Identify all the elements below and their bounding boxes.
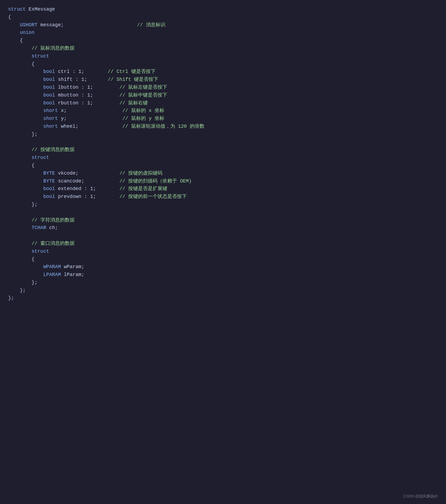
token: {	[31, 255, 34, 263]
token: union	[20, 29, 34, 37]
token: TCHAR	[31, 224, 46, 232]
token: BYTE	[43, 177, 55, 185]
token: ctrl : 1;	[55, 68, 108, 76]
token: // 鼠标左键是否按下	[119, 84, 167, 91]
token: vkcode;	[55, 169, 120, 177]
token: // 按键的前一个状态是否按下	[119, 193, 187, 201]
code-line: };	[8, 201, 438, 208]
token: scancode;	[55, 177, 120, 185]
code-line	[8, 232, 438, 240]
token: };	[31, 130, 37, 138]
token: x;	[58, 107, 123, 115]
token: // 鼠标的 y 坐标	[122, 115, 164, 123]
code-line: };	[8, 287, 438, 294]
watermark: CSDN @随风飘扬的	[403, 493, 438, 499]
token: shift : 1;	[55, 76, 108, 84]
token: };	[8, 294, 14, 302]
token: lParam;	[61, 271, 84, 279]
token: };	[31, 279, 37, 287]
token: struct	[8, 5, 26, 13]
token: bool	[43, 76, 55, 84]
token: y;	[58, 115, 123, 123]
token: wheel;	[58, 123, 123, 130]
code-line: USHORT message; // 消息标识	[8, 21, 438, 29]
code-line: // 鼠标消息的数据	[8, 44, 438, 52]
code-line: TCHAR ch;	[8, 224, 438, 232]
code-line: struct	[8, 52, 438, 60]
token: lbutton : 1;	[55, 84, 120, 91]
token: {	[8, 13, 11, 21]
token: // 消息标识	[137, 21, 165, 29]
token: extended : 1;	[55, 185, 120, 193]
code-line: };	[8, 279, 438, 287]
code-line: struct	[8, 248, 438, 255]
token: bool	[43, 91, 55, 99]
token: {	[31, 162, 34, 169]
token: short	[43, 107, 58, 115]
token: bool	[43, 185, 55, 193]
code-line: bool ctrl : 1; // Ctrl 键是否按下	[8, 68, 438, 76]
code-line: short y; // 鼠标的 y 坐标	[8, 115, 438, 123]
code-line: bool shift : 1; // Shift 键是否按下	[8, 76, 438, 84]
token: message;	[37, 21, 137, 29]
token: {	[31, 60, 34, 68]
code-line: {	[8, 162, 438, 169]
code-line: // 按键消息的数据	[8, 146, 438, 154]
token: bool	[43, 99, 55, 107]
code-block: struct ExMessage{ USHORT message; // 消息标…	[5, 5, 438, 302]
token: rbutton : 1;	[55, 99, 120, 107]
token: bool	[43, 84, 55, 91]
token: wParam;	[61, 263, 84, 271]
token: // 鼠标滚轮滚动值，为 120 的倍数	[122, 123, 204, 130]
token: // 窗口消息的数据	[31, 240, 74, 248]
code-line: struct ExMessage	[8, 5, 438, 13]
code-line: {	[8, 60, 438, 68]
token: struct	[31, 154, 49, 162]
token: };	[31, 201, 37, 208]
code-line: };	[8, 130, 438, 138]
token: mbutton : 1;	[55, 91, 120, 99]
code-line	[8, 138, 438, 146]
code-line: short x; // 鼠标的 x 坐标	[8, 107, 438, 115]
code-lines: struct ExMessage{ USHORT message; // 消息标…	[8, 5, 438, 302]
token: // 鼠标消息的数据	[31, 44, 74, 52]
token: struct	[31, 52, 49, 60]
code-line: bool rbutton : 1; // 鼠标右键	[8, 99, 438, 107]
token: bool	[43, 68, 55, 76]
code-line: {	[8, 37, 438, 44]
token: ExMessage	[26, 5, 55, 13]
token: // Ctrl 键是否按下	[108, 68, 155, 76]
token: // 鼠标的 x 坐标	[122, 107, 164, 115]
code-line: // 窗口消息的数据	[8, 240, 438, 248]
token: // 按键消息的数据	[31, 146, 74, 154]
token: // 鼠标中键是否按下	[119, 91, 167, 99]
token: prevdown : 1;	[55, 193, 120, 201]
code-line: LPARAM lParam;	[8, 271, 438, 279]
code-line: {	[8, 13, 438, 21]
code-line: short wheel; // 鼠标滚轮滚动值，为 120 的倍数	[8, 123, 438, 130]
code-line: union	[8, 29, 438, 37]
token: bool	[43, 193, 55, 201]
code-line: bool lbutton : 1; // 鼠标左键是否按下	[8, 84, 438, 91]
token: // Shift 键是否按下	[108, 76, 158, 84]
token: // 字符消息的数据	[31, 216, 74, 224]
code-line: BYTE vkcode; // 按键的虚拟键码	[8, 169, 438, 177]
code-line: bool prevdown : 1; // 按键的前一个状态是否按下	[8, 193, 438, 201]
token: short	[43, 115, 58, 123]
code-line: // 字符消息的数据	[8, 216, 438, 224]
code-line	[8, 208, 438, 216]
token: // 按键的扫描码（依赖于 OEM)	[119, 177, 191, 185]
token: // 按键的虚拟键码	[119, 169, 162, 177]
token: // 鼠标右键	[119, 99, 147, 107]
token: WPARAM	[43, 263, 61, 271]
token: struct	[31, 248, 49, 255]
token: ch;	[46, 224, 58, 232]
token: // 按键是否是扩展键	[119, 185, 167, 193]
code-line: BYTE scancode; // 按键的扫描码（依赖于 OEM)	[8, 177, 438, 185]
code-line: };	[8, 294, 438, 302]
code-line: bool extended : 1; // 按键是否是扩展键	[8, 185, 438, 193]
code-line: {	[8, 255, 438, 263]
code-line: struct	[8, 154, 438, 162]
token: };	[20, 287, 26, 294]
code-line: bool mbutton : 1; // 鼠标中键是否按下	[8, 91, 438, 99]
